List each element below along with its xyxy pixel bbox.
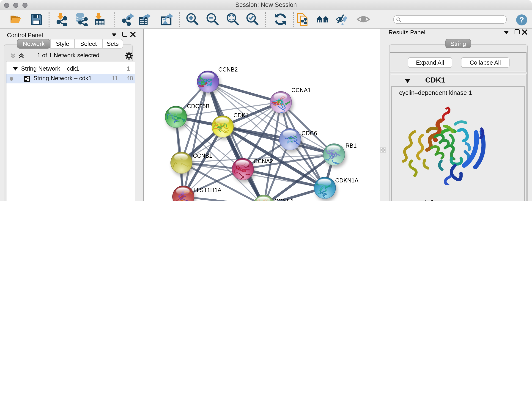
svg-text:?: ? bbox=[519, 15, 524, 24]
